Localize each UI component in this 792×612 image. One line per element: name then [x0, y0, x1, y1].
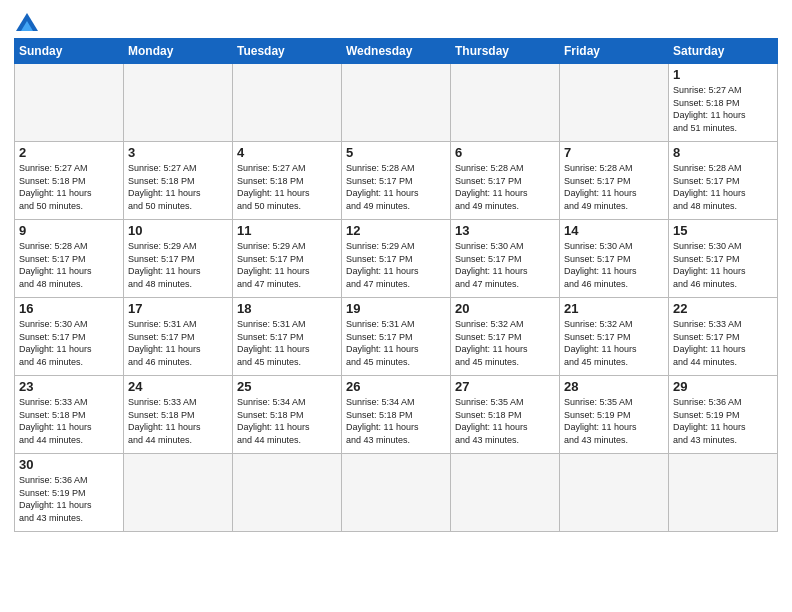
calendar-cell	[669, 454, 778, 532]
calendar-cell	[342, 64, 451, 142]
calendar-cell: 1Sunrise: 5:27 AM Sunset: 5:18 PM Daylig…	[669, 64, 778, 142]
calendar-cell: 26Sunrise: 5:34 AM Sunset: 5:18 PM Dayli…	[342, 376, 451, 454]
calendar-cell: 15Sunrise: 5:30 AM Sunset: 5:17 PM Dayli…	[669, 220, 778, 298]
calendar-cell: 24Sunrise: 5:33 AM Sunset: 5:18 PM Dayli…	[124, 376, 233, 454]
logo-area	[14, 10, 38, 32]
calendar-cell: 14Sunrise: 5:30 AM Sunset: 5:17 PM Dayli…	[560, 220, 669, 298]
calendar-cell	[451, 64, 560, 142]
cell-info: Sunrise: 5:29 AM Sunset: 5:17 PM Dayligh…	[128, 240, 228, 290]
calendar-cell	[233, 64, 342, 142]
cell-info: Sunrise: 5:31 AM Sunset: 5:17 PM Dayligh…	[128, 318, 228, 368]
calendar-week-row: 2Sunrise: 5:27 AM Sunset: 5:18 PM Daylig…	[15, 142, 778, 220]
calendar-week-row: 1Sunrise: 5:27 AM Sunset: 5:18 PM Daylig…	[15, 64, 778, 142]
day-number: 10	[128, 223, 228, 238]
calendar-cell	[124, 64, 233, 142]
cell-info: Sunrise: 5:27 AM Sunset: 5:18 PM Dayligh…	[128, 162, 228, 212]
day-number: 12	[346, 223, 446, 238]
calendar-cell: 20Sunrise: 5:32 AM Sunset: 5:17 PM Dayli…	[451, 298, 560, 376]
day-number: 8	[673, 145, 773, 160]
day-number: 14	[564, 223, 664, 238]
day-number: 2	[19, 145, 119, 160]
calendar-cell: 17Sunrise: 5:31 AM Sunset: 5:17 PM Dayli…	[124, 298, 233, 376]
day-number: 15	[673, 223, 773, 238]
cell-info: Sunrise: 5:28 AM Sunset: 5:17 PM Dayligh…	[564, 162, 664, 212]
weekday-header-saturday: Saturday	[669, 39, 778, 64]
calendar-cell: 6Sunrise: 5:28 AM Sunset: 5:17 PM Daylig…	[451, 142, 560, 220]
cell-info: Sunrise: 5:30 AM Sunset: 5:17 PM Dayligh…	[673, 240, 773, 290]
calendar-cell: 25Sunrise: 5:34 AM Sunset: 5:18 PM Dayli…	[233, 376, 342, 454]
day-number: 25	[237, 379, 337, 394]
calendar-cell	[560, 64, 669, 142]
cell-info: Sunrise: 5:32 AM Sunset: 5:17 PM Dayligh…	[455, 318, 555, 368]
cell-info: Sunrise: 5:34 AM Sunset: 5:18 PM Dayligh…	[346, 396, 446, 446]
calendar-week-row: 23Sunrise: 5:33 AM Sunset: 5:18 PM Dayli…	[15, 376, 778, 454]
day-number: 30	[19, 457, 119, 472]
day-number: 13	[455, 223, 555, 238]
logo-icon	[16, 13, 38, 31]
weekday-header-tuesday: Tuesday	[233, 39, 342, 64]
calendar-cell: 16Sunrise: 5:30 AM Sunset: 5:17 PM Dayli…	[15, 298, 124, 376]
day-number: 3	[128, 145, 228, 160]
weekday-header-thursday: Thursday	[451, 39, 560, 64]
calendar-cell: 13Sunrise: 5:30 AM Sunset: 5:17 PM Dayli…	[451, 220, 560, 298]
calendar-cell: 19Sunrise: 5:31 AM Sunset: 5:17 PM Dayli…	[342, 298, 451, 376]
day-number: 20	[455, 301, 555, 316]
cell-info: Sunrise: 5:31 AM Sunset: 5:17 PM Dayligh…	[346, 318, 446, 368]
weekday-header-row: SundayMondayTuesdayWednesdayThursdayFrid…	[15, 39, 778, 64]
calendar-cell: 23Sunrise: 5:33 AM Sunset: 5:18 PM Dayli…	[15, 376, 124, 454]
calendar-cell	[342, 454, 451, 532]
day-number: 27	[455, 379, 555, 394]
cell-info: Sunrise: 5:27 AM Sunset: 5:18 PM Dayligh…	[19, 162, 119, 212]
day-number: 26	[346, 379, 446, 394]
calendar-week-row: 30Sunrise: 5:36 AM Sunset: 5:19 PM Dayli…	[15, 454, 778, 532]
day-number: 9	[19, 223, 119, 238]
calendar-cell	[451, 454, 560, 532]
cell-info: Sunrise: 5:33 AM Sunset: 5:18 PM Dayligh…	[128, 396, 228, 446]
day-number: 29	[673, 379, 773, 394]
cell-info: Sunrise: 5:27 AM Sunset: 5:18 PM Dayligh…	[673, 84, 773, 134]
cell-info: Sunrise: 5:32 AM Sunset: 5:17 PM Dayligh…	[564, 318, 664, 368]
day-number: 19	[346, 301, 446, 316]
day-number: 4	[237, 145, 337, 160]
calendar-cell: 11Sunrise: 5:29 AM Sunset: 5:17 PM Dayli…	[233, 220, 342, 298]
day-number: 28	[564, 379, 664, 394]
calendar-cell: 4Sunrise: 5:27 AM Sunset: 5:18 PM Daylig…	[233, 142, 342, 220]
weekday-header-monday: Monday	[124, 39, 233, 64]
cell-info: Sunrise: 5:30 AM Sunset: 5:17 PM Dayligh…	[455, 240, 555, 290]
day-number: 1	[673, 67, 773, 82]
calendar-cell: 2Sunrise: 5:27 AM Sunset: 5:18 PM Daylig…	[15, 142, 124, 220]
calendar-cell: 12Sunrise: 5:29 AM Sunset: 5:17 PM Dayli…	[342, 220, 451, 298]
cell-info: Sunrise: 5:29 AM Sunset: 5:17 PM Dayligh…	[346, 240, 446, 290]
day-number: 23	[19, 379, 119, 394]
cell-info: Sunrise: 5:35 AM Sunset: 5:18 PM Dayligh…	[455, 396, 555, 446]
cell-info: Sunrise: 5:36 AM Sunset: 5:19 PM Dayligh…	[673, 396, 773, 446]
cell-info: Sunrise: 5:29 AM Sunset: 5:17 PM Dayligh…	[237, 240, 337, 290]
cell-info: Sunrise: 5:28 AM Sunset: 5:17 PM Dayligh…	[19, 240, 119, 290]
cell-info: Sunrise: 5:28 AM Sunset: 5:17 PM Dayligh…	[673, 162, 773, 212]
cell-info: Sunrise: 5:33 AM Sunset: 5:17 PM Dayligh…	[673, 318, 773, 368]
page: SundayMondayTuesdayWednesdayThursdayFrid…	[0, 0, 792, 612]
calendar-cell	[124, 454, 233, 532]
cell-info: Sunrise: 5:30 AM Sunset: 5:17 PM Dayligh…	[564, 240, 664, 290]
calendar-cell: 10Sunrise: 5:29 AM Sunset: 5:17 PM Dayli…	[124, 220, 233, 298]
calendar-week-row: 16Sunrise: 5:30 AM Sunset: 5:17 PM Dayli…	[15, 298, 778, 376]
day-number: 7	[564, 145, 664, 160]
calendar-cell: 8Sunrise: 5:28 AM Sunset: 5:17 PM Daylig…	[669, 142, 778, 220]
day-number: 17	[128, 301, 228, 316]
calendar-cell: 28Sunrise: 5:35 AM Sunset: 5:19 PM Dayli…	[560, 376, 669, 454]
calendar-cell: 27Sunrise: 5:35 AM Sunset: 5:18 PM Dayli…	[451, 376, 560, 454]
calendar-cell: 5Sunrise: 5:28 AM Sunset: 5:17 PM Daylig…	[342, 142, 451, 220]
weekday-header-wednesday: Wednesday	[342, 39, 451, 64]
calendar-cell: 29Sunrise: 5:36 AM Sunset: 5:19 PM Dayli…	[669, 376, 778, 454]
calendar-cell: 22Sunrise: 5:33 AM Sunset: 5:17 PM Dayli…	[669, 298, 778, 376]
calendar-cell	[15, 64, 124, 142]
calendar-cell: 7Sunrise: 5:28 AM Sunset: 5:17 PM Daylig…	[560, 142, 669, 220]
day-number: 21	[564, 301, 664, 316]
cell-info: Sunrise: 5:36 AM Sunset: 5:19 PM Dayligh…	[19, 474, 119, 524]
cell-info: Sunrise: 5:35 AM Sunset: 5:19 PM Dayligh…	[564, 396, 664, 446]
logo	[14, 14, 38, 32]
cell-info: Sunrise: 5:34 AM Sunset: 5:18 PM Dayligh…	[237, 396, 337, 446]
cell-info: Sunrise: 5:30 AM Sunset: 5:17 PM Dayligh…	[19, 318, 119, 368]
calendar-cell	[233, 454, 342, 532]
calendar-table: SundayMondayTuesdayWednesdayThursdayFrid…	[14, 38, 778, 532]
